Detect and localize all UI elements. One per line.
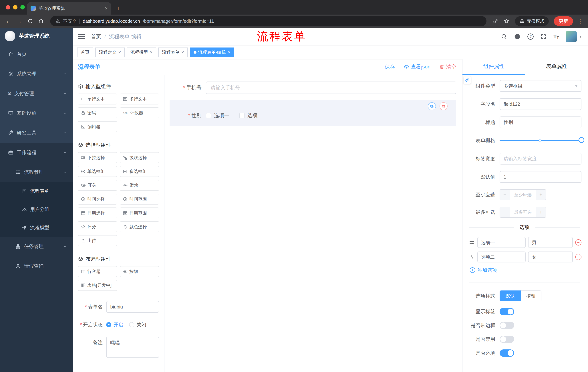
palette-item-multi-text[interactable]: 多行文本 [120, 94, 159, 105]
sidebar-item-leave-query[interactable]: 请假查询 [0, 256, 73, 276]
save-button[interactable]: 保存 [376, 63, 395, 70]
sidebar-item-devtools[interactable]: 研发工具 [0, 123, 73, 143]
sidebar-item-process-management[interactable]: 流程管理 [0, 162, 73, 182]
sidebar-item-task-management[interactable]: 任务管理 [0, 237, 73, 256]
tag-home[interactable]: 首页 [77, 47, 93, 57]
drag-handle-icon[interactable] [469, 240, 475, 245]
back-button[interactable]: ← [4, 16, 13, 26]
user-avatar[interactable] [566, 31, 577, 42]
tag-process-model[interactable]: 流程模型 × [127, 47, 156, 57]
tag-process-form-edit[interactable]: 流程表单-编辑 × [190, 47, 234, 57]
slider-handle[interactable] [578, 137, 584, 143]
disabled-switch[interactable] [500, 336, 514, 343]
drag-handle-icon[interactable] [469, 254, 475, 260]
collapse-menu-icon[interactable] [78, 34, 85, 39]
close-window-button[interactable] [6, 5, 10, 10]
tag-process-form[interactable]: 流程表单 × [158, 47, 188, 57]
option-label-input[interactable] [477, 237, 525, 248]
label-width-input[interactable] [500, 153, 581, 165]
maximize-window-button[interactable] [20, 5, 25, 10]
palette-item-row-container[interactable]: 行容器 [78, 266, 117, 277]
component-type-select[interactable]: 多选框组 ▾ [500, 80, 581, 92]
palette-item-slider[interactable]: 滑块 [120, 180, 159, 191]
close-icon[interactable]: × [181, 50, 184, 55]
delete-widget-button[interactable] [440, 102, 448, 110]
remove-option-button[interactable]: − [575, 239, 581, 245]
browser-tab[interactable]: 芋道管理系统 × [27, 2, 111, 15]
increase-button[interactable]: + [536, 207, 546, 217]
reload-button[interactable] [25, 16, 35, 26]
view-json-button[interactable]: 查看json [404, 63, 430, 70]
minimize-window-button[interactable] [13, 5, 18, 10]
show-label-switch[interactable] [500, 308, 514, 315]
add-option-button[interactable]: + 添加选项 [466, 267, 581, 273]
tab-component-props[interactable]: 组件属性 [462, 59, 525, 74]
avatar-caret-icon[interactable]: ▾ [580, 34, 581, 39]
palette-item-button[interactable]: 按钮 [120, 266, 159, 277]
increase-button[interactable]: + [536, 190, 546, 200]
sidebar-item-system[interactable]: 系统管理 [0, 64, 73, 84]
palette-item-password[interactable]: 密码 [78, 107, 117, 118]
breadcrumb-home[interactable]: 首页 [91, 33, 101, 40]
palette-item-switch[interactable]: 开关 [78, 180, 117, 191]
grid-slider[interactable] [500, 135, 581, 146]
github-icon[interactable] [514, 33, 521, 40]
palette-item-counter[interactable]: 计数器 [120, 107, 159, 118]
sidebar-item-payment[interactable]: ¥ 支付管理 [0, 84, 73, 103]
close-icon[interactable]: × [150, 50, 152, 55]
min-select-value[interactable]: 至少应选 [510, 190, 536, 200]
palette-item-rate[interactable]: 评分 [78, 221, 117, 232]
palette-item-time-range[interactable]: 时间范围 [120, 194, 159, 205]
search-icon[interactable] [501, 33, 507, 40]
decrease-button[interactable]: − [500, 190, 510, 200]
home-button[interactable] [36, 16, 46, 26]
new-tab-button[interactable]: + [116, 5, 120, 12]
gender-checkbox-option2[interactable]: 选项二 [239, 112, 263, 119]
required-switch[interactable] [500, 350, 514, 357]
form-name-input[interactable] [106, 301, 159, 313]
palette-item-select[interactable]: 下拉选择 [78, 152, 117, 163]
default-value-input[interactable] [500, 171, 581, 183]
bookmark-star-icon[interactable] [502, 16, 511, 26]
form-canvas[interactable]: *手机号 *性别 [165, 75, 462, 372]
link-icon[interactable] [463, 76, 471, 84]
palette-item-table[interactable]: 表格[开发中] [78, 280, 117, 291]
help-icon[interactable]: ? [527, 33, 534, 40]
canvas-field-gender[interactable]: *性别 选项一 选项二 [169, 100, 456, 126]
sidebar-item-workflow[interactable]: 工作流程 [0, 143, 73, 162]
field-name-input[interactable] [500, 98, 581, 110]
option-value-input[interactable] [528, 237, 573, 248]
palette-item-radio-group[interactable]: 单选框组 [78, 166, 117, 177]
palette-item-single-text[interactable]: 单行文本 [78, 94, 117, 105]
password-key-icon[interactable] [491, 16, 500, 26]
address-bar[interactable]: 不安全 dashboard.yudao.iocoder.cn/bpm/manag… [50, 16, 486, 26]
decrease-button[interactable]: − [500, 207, 510, 217]
palette-item-date-range[interactable]: 日期范围 [120, 207, 159, 218]
palette-item-time-picker[interactable]: 时间选择 [78, 194, 117, 205]
tab-form-props[interactable]: 表单属性 [525, 59, 588, 74]
gender-checkbox-option1[interactable]: 选项一 [206, 112, 229, 119]
palette-item-upload[interactable]: 上传 [78, 235, 117, 246]
sidebar-item-process-model[interactable]: 流程模型 [0, 218, 73, 237]
style-button-button[interactable]: 按钮 [521, 290, 541, 301]
border-switch[interactable] [500, 322, 514, 329]
option-value-input[interactable] [528, 252, 573, 262]
update-button[interactable]: 更新 [554, 16, 573, 26]
sidebar-item-process-form[interactable]: 流程表单 [0, 182, 73, 200]
style-default-button[interactable]: 默认 [500, 290, 521, 301]
palette-item-checkbox-group[interactable]: 多选框组 [120, 166, 159, 177]
phone-input[interactable] [206, 82, 456, 94]
forward-button[interactable]: → [15, 16, 24, 26]
status-radio-off[interactable]: 关闭 [129, 321, 146, 328]
status-radio-on[interactable]: 开启 [106, 321, 123, 328]
remove-option-button[interactable]: − [575, 254, 581, 260]
sidebar-item-infrastructure[interactable]: 基础设施 [0, 103, 73, 123]
title-input[interactable] [500, 117, 581, 128]
option-label-input[interactable] [477, 252, 525, 262]
sidebar-item-home[interactable]: 首页 [0, 44, 73, 64]
palette-item-cascader[interactable]: 级联选择 [120, 152, 159, 163]
fullscreen-icon[interactable] [541, 34, 546, 40]
max-select-value[interactable]: 最多可选 [510, 207, 536, 217]
font-size-icon[interactable]: TT [553, 33, 559, 40]
palette-item-color-picker[interactable]: 颜色选择 [120, 221, 159, 232]
